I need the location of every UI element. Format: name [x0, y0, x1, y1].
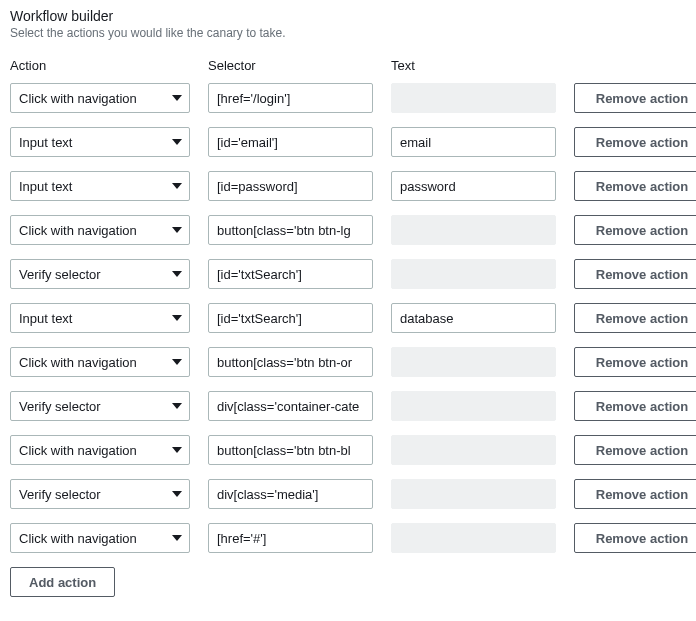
action-select-wrap: Click with navigationInput textVerify se…: [10, 83, 190, 113]
text-input: [391, 259, 556, 289]
selector-input[interactable]: [208, 259, 373, 289]
action-select[interactable]: Click with navigationInput textVerify se…: [10, 523, 190, 553]
remove-action-button[interactable]: Remove action: [574, 215, 696, 245]
remove-action-button[interactable]: Remove action: [574, 83, 696, 113]
action-select-wrap: Click with navigationInput textVerify se…: [10, 127, 190, 157]
action-select-wrap: Click with navigationInput textVerify se…: [10, 347, 190, 377]
action-select[interactable]: Click with navigationInput textVerify se…: [10, 127, 190, 157]
text-input: [391, 215, 556, 245]
remove-action-button[interactable]: Remove action: [574, 523, 696, 553]
action-select-wrap: Click with navigationInput textVerify se…: [10, 259, 190, 289]
action-select-wrap: Click with navigationInput textVerify se…: [10, 435, 190, 465]
selector-input[interactable]: [208, 303, 373, 333]
action-select[interactable]: Click with navigationInput textVerify se…: [10, 171, 190, 201]
text-input: [391, 83, 556, 113]
action-select[interactable]: Click with navigationInput textVerify se…: [10, 303, 190, 333]
selector-input[interactable]: [208, 127, 373, 157]
action-select-wrap: Click with navigationInput textVerify se…: [10, 171, 190, 201]
text-input[interactable]: [391, 127, 556, 157]
selector-input[interactable]: [208, 479, 373, 509]
action-select[interactable]: Click with navigationInput textVerify se…: [10, 479, 190, 509]
selector-input[interactable]: [208, 435, 373, 465]
text-input: [391, 391, 556, 421]
action-select-wrap: Click with navigationInput textVerify se…: [10, 303, 190, 333]
column-header-selector: Selector: [208, 58, 373, 73]
remove-action-button[interactable]: Remove action: [574, 127, 696, 157]
text-input: [391, 347, 556, 377]
section-subtitle: Select the actions you would like the ca…: [10, 26, 686, 40]
remove-action-button[interactable]: Remove action: [574, 171, 696, 201]
action-select[interactable]: Click with navigationInput textVerify se…: [10, 215, 190, 245]
selector-input[interactable]: [208, 171, 373, 201]
remove-action-button[interactable]: Remove action: [574, 435, 696, 465]
workflow-grid: Action Selector Text Click with navigati…: [10, 58, 686, 553]
action-select-wrap: Click with navigationInput textVerify se…: [10, 215, 190, 245]
text-input[interactable]: [391, 303, 556, 333]
action-select[interactable]: Click with navigationInput textVerify se…: [10, 391, 190, 421]
column-header-text: Text: [391, 58, 556, 73]
action-select-wrap: Click with navigationInput textVerify se…: [10, 391, 190, 421]
remove-action-button[interactable]: Remove action: [574, 479, 696, 509]
action-select[interactable]: Click with navigationInput textVerify se…: [10, 347, 190, 377]
section-title: Workflow builder: [10, 8, 686, 24]
remove-action-button[interactable]: Remove action: [574, 391, 696, 421]
text-input: [391, 523, 556, 553]
action-select[interactable]: Click with navigationInput textVerify se…: [10, 435, 190, 465]
remove-action-button[interactable]: Remove action: [574, 259, 696, 289]
selector-input[interactable]: [208, 83, 373, 113]
action-select[interactable]: Click with navigationInput textVerify se…: [10, 259, 190, 289]
remove-action-button[interactable]: Remove action: [574, 347, 696, 377]
column-header-action: Action: [10, 58, 190, 73]
selector-input[interactable]: [208, 215, 373, 245]
action-select[interactable]: Click with navigationInput textVerify se…: [10, 83, 190, 113]
selector-input[interactable]: [208, 347, 373, 377]
selector-input[interactable]: [208, 523, 373, 553]
selector-input[interactable]: [208, 391, 373, 421]
remove-action-button[interactable]: Remove action: [574, 303, 696, 333]
add-action-button[interactable]: Add action: [10, 567, 115, 597]
action-select-wrap: Click with navigationInput textVerify se…: [10, 523, 190, 553]
text-input: [391, 479, 556, 509]
action-select-wrap: Click with navigationInput textVerify se…: [10, 479, 190, 509]
text-input[interactable]: [391, 171, 556, 201]
text-input: [391, 435, 556, 465]
